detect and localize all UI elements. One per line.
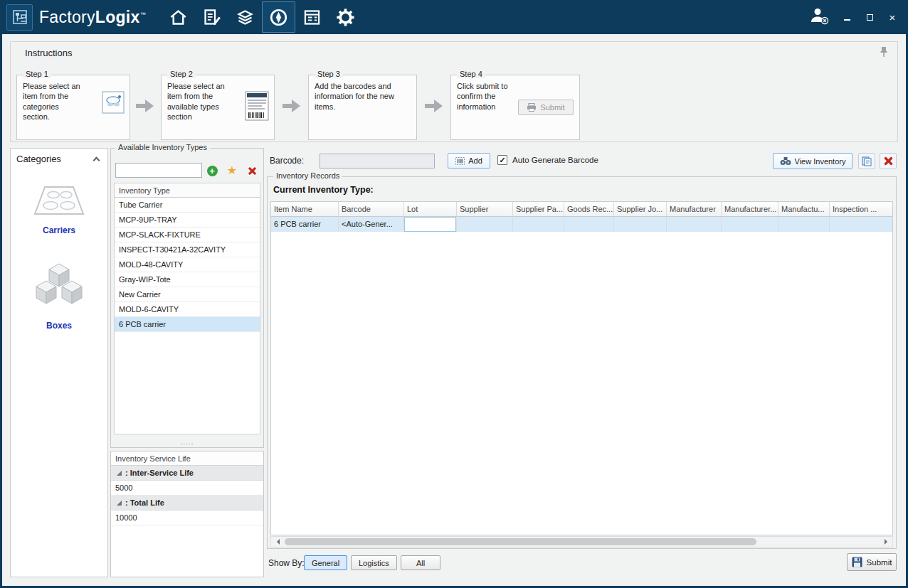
submit-button[interactable]: Submit [847, 553, 897, 571]
submit-button-label: Submit [867, 558, 892, 567]
show-by-logistics-button[interactable]: Logistics [351, 555, 397, 570]
service-life-value[interactable]: 5000 [111, 481, 263, 496]
brand-tm: ™ [140, 11, 146, 18]
group-label: : Total Life [125, 498, 164, 507]
type-row-selected[interactable]: 6 PCB carrier [115, 317, 260, 332]
show-by-general-button[interactable]: General [304, 555, 347, 570]
column-header-item-name[interactable]: Item Name [271, 202, 339, 217]
copy-pages-icon [862, 156, 872, 166]
copy-record-button[interactable] [858, 153, 875, 169]
type-row[interactable]: MCP-9UP-TRAY [115, 213, 260, 228]
binoculars-icon [780, 156, 791, 166]
service-life-value[interactable]: 10000 [111, 511, 263, 525]
inventory-records-legend: Inventory Records [273, 171, 342, 180]
step-arrow-icon [425, 99, 443, 116]
cell-item-name[interactable]: 6 PCB carrier [271, 217, 339, 232]
inventory-type-column-header[interactable]: Inventory Type [115, 183, 260, 198]
cell-supplier-pa[interactable] [513, 217, 564, 232]
splitter-handle[interactable]: ..... [111, 438, 263, 446]
horizontal-scrollbar[interactable] [270, 536, 893, 547]
close-button[interactable]: × [887, 11, 898, 23]
column-header-manufacturer2[interactable]: Manufacturer... [722, 202, 778, 217]
barcode-input[interactable] [320, 154, 435, 169]
delete-x-icon [248, 166, 257, 176]
cell-supplier[interactable] [457, 217, 513, 232]
carriers-icon [32, 183, 86, 218]
type-row[interactable]: New Carrier [115, 287, 260, 302]
scroll-left-button[interactable] [271, 537, 283, 547]
reports-icon[interactable] [295, 1, 329, 33]
column-header-lot[interactable]: Lot [404, 202, 457, 217]
column-header-supplier-jo[interactable]: Supplier Jo... [614, 202, 667, 217]
category-item-carriers[interactable]: Carriers [11, 183, 107, 235]
service-life-panel: Inventory Service Life : Inter-Service L… [110, 451, 264, 577]
group-row-inter-service-life[interactable]: : Inter-Service Life [111, 466, 263, 481]
view-inventory-button[interactable]: View Inventory [773, 153, 852, 169]
main-nav [162, 0, 362, 34]
scroll-thumb[interactable] [285, 538, 756, 545]
column-header-supplier[interactable]: Supplier [457, 202, 513, 217]
column-header-manufacturer[interactable]: Manufacturer [667, 202, 722, 217]
step-submit-label: Submit [540, 103, 564, 112]
step-3-text: Add the barcodes and information for the… [309, 75, 416, 112]
home-icon[interactable] [162, 1, 195, 33]
maximize-button[interactable] [864, 11, 875, 23]
step-1-box: Step 1 Please select an item from the ca… [16, 75, 130, 140]
column-header-supplier-pa[interactable]: Supplier Pa... [513, 202, 564, 217]
add-type-button[interactable]: + [204, 164, 220, 178]
star-icon: ★ [227, 165, 237, 176]
cell-goods-rec[interactable] [564, 217, 614, 232]
category-item-boxes[interactable]: Boxes [11, 261, 107, 331]
type-row[interactable]: INSPECT-T30421A-32CAVITY [115, 242, 260, 257]
add-button[interactable]: Add [448, 153, 490, 169]
minimize-icon [844, 19, 850, 21]
scroll-right-button[interactable] [880, 537, 892, 547]
cell-lot[interactable] [404, 217, 457, 232]
work-instructions-icon[interactable] [195, 1, 228, 33]
show-by-all-button[interactable]: All [401, 555, 440, 570]
record-row[interactable]: 6 PCB carrier <Auto-Gener... [271, 217, 892, 232]
materials-stack-icon[interactable] [228, 1, 262, 33]
type-search-input[interactable] [115, 163, 202, 178]
current-inventory-type-label: Current Inventory Type: [273, 185, 374, 195]
step-submit-button[interactable]: Submit [518, 100, 574, 115]
type-row[interactable]: MOLD-6-CAVITY [115, 302, 260, 317]
cell-supplier-jo[interactable] [614, 217, 667, 232]
user-status-icon[interactable] [808, 6, 830, 28]
minimize-button[interactable] [841, 11, 852, 23]
cell-inspection[interactable] [830, 217, 892, 232]
delete-type-button[interactable] [244, 164, 260, 178]
show-by-label: Show By: [268, 558, 305, 568]
dispatch-compass-icon[interactable] [262, 1, 295, 33]
column-header-manufactu[interactable]: Manufactu... [778, 202, 830, 217]
type-row[interactable]: MOLD-48-CAVITY [115, 257, 260, 272]
step-4-text: Click submit to confirm the information [451, 75, 517, 112]
add-button-label: Add [468, 156, 482, 165]
delete-record-button[interactable] [880, 153, 897, 169]
cell-barcode[interactable]: <Auto-Gener... [339, 217, 404, 232]
type-row[interactable]: Gray-WIP-Tote [115, 272, 260, 287]
cell-manufacturer[interactable] [667, 217, 722, 232]
app-window: { "titlebar": { "brand_factory": "Factor… [0, 0, 908, 588]
check-icon: ✓ [499, 156, 505, 164]
type-row[interactable]: MCP-SLACK-FIXTURE [115, 228, 260, 242]
column-header-barcode[interactable]: Barcode [339, 202, 404, 217]
brand-factory: Factory [39, 8, 95, 26]
scroll-track[interactable] [283, 537, 880, 547]
step-4-box: Step 4 Click submit to confirm the infor… [450, 75, 580, 140]
column-header-goods-rec[interactable]: Goods Rec... [564, 202, 614, 217]
cell-manufactu[interactable] [778, 217, 830, 232]
step-3-box: Step 3 Add the barcodes and information … [308, 75, 417, 140]
column-header-inspection[interactable]: Inspection ... [830, 202, 892, 217]
collapse-chevron-icon[interactable] [93, 157, 100, 164]
favorite-type-button[interactable]: ★ [224, 164, 240, 178]
type-row[interactable]: Tube Carrier [115, 198, 260, 213]
auto-generate-checkbox[interactable]: ✓ [497, 155, 507, 165]
pin-icon[interactable] [879, 46, 889, 60]
maximize-icon [867, 14, 873, 21]
settings-gear-icon[interactable] [329, 1, 362, 33]
group-row-total-life[interactable]: : Total Life [111, 496, 263, 511]
cell-manufacturer2[interactable] [722, 217, 778, 232]
step-2-thumbnail-icon [245, 91, 269, 124]
scroll-left-icon [274, 539, 280, 545]
